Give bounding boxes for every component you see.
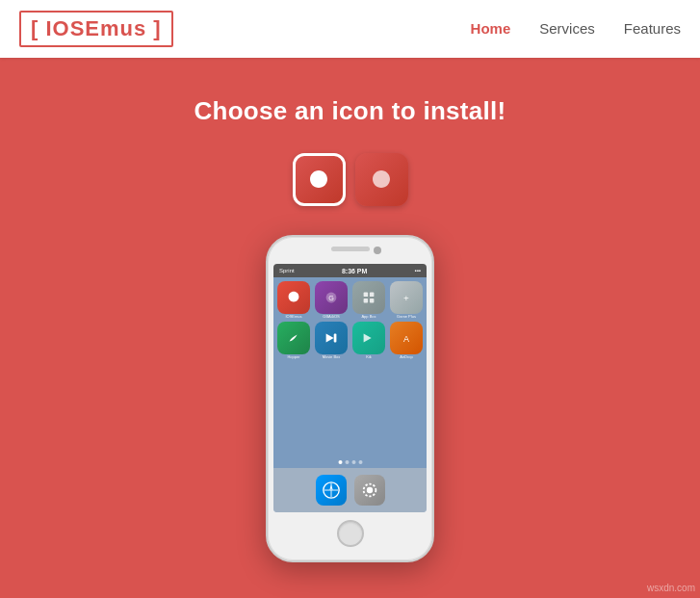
phone-app-movieboxhd [352,322,385,354]
app-label-airdrop: AirDrop [400,355,413,359]
screen-dock [273,468,427,512]
svg-rect-4 [364,299,369,303]
dot-3 [351,460,355,464]
phone-speaker [331,247,370,251]
app-label-hopper: Hopper [287,355,299,359]
power-button [432,304,434,333]
nav-links: Home Services Features [471,20,681,38]
list-item: A AirDrop [389,322,424,359]
svg-point-13 [366,487,372,493]
phone-container: Sprint 8:36 PM ▪▪▪ IOSEmus [266,235,434,562]
navbar: [ IOSEmus ] Home Services Features [0,0,700,58]
status-icons: ▪▪▪ [415,268,421,273]
dock-safari [316,475,347,506]
phone-screen: Sprint 8:36 PM ▪▪▪ IOSEmus [273,264,427,512]
status-time: 8:36 PM [342,268,367,274]
app-label-appbox: App Box [361,315,376,319]
app-label-movieboxhd: Kik [366,355,372,359]
phone-app-appbox [352,281,385,314]
screen-content: IOSEmus G GBA4iOS App Box [273,277,427,512]
app-grid: IOSEmus G GBA4iOS App Box [273,277,427,364]
main-content: Choose an icon to install! Sprint 8:36 P… [0,58,700,562]
list-item: Hopper [276,322,311,359]
phone-app-gba4ios: G [315,281,348,314]
phone-app-ioseus [277,281,310,314]
svg-rect-5 [370,299,375,303]
app-label-gameplus: Game Plus [397,315,416,319]
nav-item-home[interactable]: Home [471,20,511,38]
volume-down-button [266,341,268,362]
phone-app-moviebox [315,322,348,354]
nav-item-features[interactable]: Features [624,20,681,38]
list-item: App Box [351,281,386,319]
nav-item-services[interactable]: Services [539,20,595,38]
nav-link-home[interactable]: Home [471,20,511,37]
page-title: Choose an icon to install! [194,96,506,126]
dock-settings [354,475,385,506]
app-label-ioseus: IOSEmus [285,315,301,319]
dot-4 [358,460,362,464]
list-item: + Game Plus [389,281,424,319]
svg-rect-3 [370,293,375,298]
svg-text:+: + [403,293,409,303]
mute-button [266,290,268,305]
status-carrier: Sprint [279,268,295,273]
svg-text:G: G [328,294,334,302]
nav-link-services[interactable]: Services [539,20,595,37]
list-item: IOSEmus [276,281,311,319]
svg-rect-2 [364,293,369,298]
status-bar: Sprint 8:36 PM ▪▪▪ [273,264,427,277]
nav-link-features[interactable]: Features [624,20,681,37]
svg-text:A: A [403,334,409,344]
list-item: Kik [351,322,386,359]
svg-rect-7 [334,334,337,343]
app-label-gba4ios: GBA4iOS [323,315,339,319]
phone-camera [374,247,381,254]
app-label-moviebox: Movie Box [323,355,341,359]
page-dots [338,460,362,464]
icon-choice-2[interactable] [355,153,408,206]
list-item: G GBA4iOS [314,281,349,319]
volume-up-button [266,314,268,335]
list-item: Movie Box [314,322,349,359]
phone-app-hopper [277,322,310,354]
home-button [337,520,364,547]
watermark: wsxdn.com [647,583,695,593]
phone-app-gameplus: + [390,281,423,314]
phone-app-airdrop: A [390,322,423,354]
icon-choices [293,153,408,206]
logo[interactable]: [ IOSEmus ] [19,11,173,47]
dot-2 [345,460,349,464]
icon-choice-1[interactable] [293,153,346,206]
phone-frame: Sprint 8:36 PM ▪▪▪ IOSEmus [266,235,434,562]
dot-1 [338,460,342,464]
